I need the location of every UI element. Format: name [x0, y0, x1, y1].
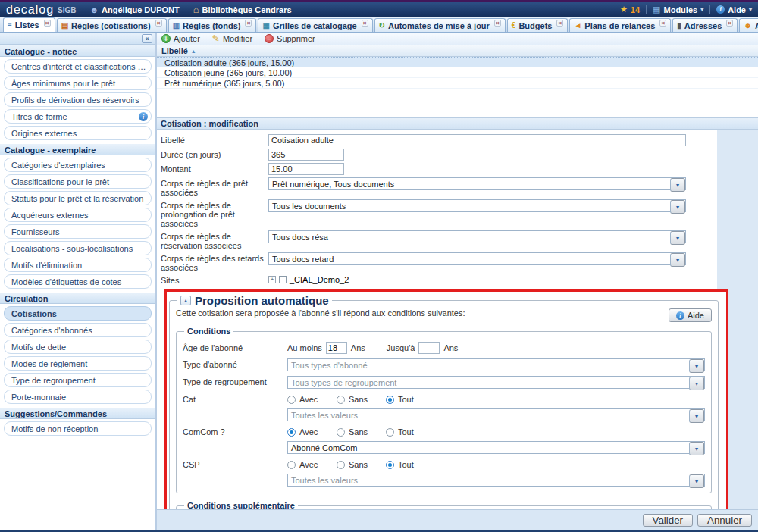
close-icon[interactable]: × [245, 20, 252, 27]
sidebar-item-classifications-pret[interactable]: Classifications pour le prêt [4, 174, 152, 189]
retards-select[interactable]: Tous docs retard ▾ [268, 252, 686, 265]
sidebar-item-motifs-elimination[interactable]: Motifs d'élimination [4, 258, 152, 272]
prolongation-select[interactable]: Tous les documents ▾ [268, 199, 686, 212]
cat-values-select[interactable]: Toutes les valeurs ▾ [287, 408, 705, 421]
radio-label: Avec [299, 460, 318, 469]
chevron-down-icon[interactable]: ▾ [689, 409, 704, 423]
tab-label: Adresses [684, 21, 722, 30]
radio-label: Sans [349, 395, 368, 404]
regles-pret-label: Corps de règles de prêt associées [161, 177, 268, 197]
table-header-libelle[interactable]: Libellé ▲ [157, 45, 758, 57]
sidebar-item-motifs-non-reception[interactable]: Motifs de non réception [4, 421, 152, 436]
chevron-down-icon[interactable]: ▾ [670, 253, 685, 267]
valider-button[interactable]: Valider [643, 514, 694, 527]
table-row[interactable]: Cotisation adulte (365 jours, 15.00) [157, 57, 758, 67]
aide-button[interactable]: i Aide [669, 308, 712, 322]
reservation-label: Corps de règles de réservation associées [161, 230, 268, 250]
tab-grilles-catalogage[interactable]: ▦ Grilles de catalogage × [258, 18, 372, 32]
chevron-down-icon[interactable]: ▾ [670, 178, 685, 192]
cat-radio-tout[interactable]: Tout [386, 395, 435, 404]
cat-radio-avec[interactable]: Avec [287, 395, 337, 404]
current-library[interactable]: ⌂ Bibliothèque Cendrars [193, 4, 292, 15]
sidebar-item-modeles-etiquettes[interactable]: Modèles d'étiquettes de cotes [4, 274, 152, 289]
csp-radio-avec[interactable]: Avec [287, 460, 337, 469]
annuler-button[interactable]: Annuler [697, 514, 752, 527]
table-row[interactable]: Cotisation jeune (365 jours, 10.00) [157, 67, 758, 78]
sidebar-item-categories-exemplaires[interactable]: Catégories d'exemplaires [4, 158, 152, 172]
chevron-down-icon[interactable]: ▾ [689, 442, 704, 455]
close-icon[interactable]: × [44, 20, 51, 27]
sidebar-item-fournisseurs[interactable]: Fournisseurs [4, 224, 152, 239]
chevron-down-icon[interactable]: ▾ [689, 377, 704, 390]
sidebar-item-ages-minimums[interactable]: Âges minimums pour le prêt [4, 76, 152, 90]
csp-values-select[interactable]: Toutes les valeurs ▾ [287, 474, 705, 487]
info-icon[interactable]: i [139, 112, 148, 121]
sidebar-item-label: Classifications pour le prêt [11, 176, 148, 189]
tab-abonnes-fonctionnels[interactable]: ☻ Abonnés fonctionnels × [739, 18, 758, 32]
tab-listes[interactable]: ≡ Listes × [3, 17, 55, 32]
close-icon[interactable]: × [494, 20, 501, 27]
sidebar-item-localisations[interactable]: Localisations - sous-localisations [4, 241, 152, 255]
tab-budgets[interactable]: € Budgets × [507, 18, 568, 32]
sidebar-item-cotisations[interactable]: Cotisations [4, 306, 152, 321]
supprimer-button[interactable]: − Supprimer [265, 34, 315, 43]
libelle-field[interactable] [268, 134, 686, 146]
tab-regles-cotisations[interactable]: ▤ Règles (cotisations) × [57, 18, 167, 32]
type-regroupement-select[interactable]: Tous types de regroupement ▾ [287, 376, 705, 389]
ajouter-button[interactable]: + Ajouter [161, 34, 200, 43]
type-abonne-select[interactable]: Tous types d'abonné ▾ [287, 358, 705, 371]
csp-radio-sans[interactable]: Sans [337, 460, 386, 469]
close-icon[interactable]: × [155, 20, 162, 27]
sidebar-item-titres-de-forme[interactable]: Titres de forme i [4, 109, 152, 124]
tab-automates[interactable]: ↻ Automates de mise à jour × [374, 18, 506, 32]
montant-field[interactable] [268, 163, 344, 175]
duree-field[interactable] [268, 149, 344, 161]
modules-menu[interactable]: ▦ Modules ▾ [653, 5, 703, 14]
sidebar-item-motifs-dette[interactable]: Motifs de dette [4, 340, 152, 354]
sidebar-item-type-regroupement[interactable]: Type de regroupement [4, 373, 152, 387]
sidebar-item-categories-abonnes[interactable]: Catégories d'abonnés [4, 323, 152, 337]
csp-label: CSP [183, 458, 287, 469]
table-row[interactable]: Prêt numérique (365 jours, 5.00) [157, 78, 758, 89]
sidebar-item-origines-externes[interactable]: Origines externes [4, 126, 152, 140]
csp-radio-tout[interactable]: Tout [386, 460, 435, 469]
aide-menu[interactable]: i Aide ▾ [716, 5, 752, 14]
chevron-down-icon[interactable]: ▾ [689, 474, 704, 488]
tree-expand-icon[interactable]: + [268, 276, 276, 283]
chevron-down-icon[interactable]: ▾ [670, 200, 685, 214]
sidebar-item-statuts-pret-reservation[interactable]: Statuts pour le prêt et la réservation [4, 191, 152, 205]
tab-plans-relances[interactable]: ◄ Plans de relances × [569, 18, 671, 32]
chevron-down-icon[interactable]: ▾ [670, 231, 685, 245]
comcom-radio-avec[interactable]: Avec [287, 427, 337, 437]
close-icon[interactable]: × [726, 20, 733, 27]
notifications[interactable]: ★ 14 [620, 5, 640, 14]
tab-adresses[interactable]: ▮ Adresses × [672, 18, 738, 32]
comcom-values-select[interactable]: Abonné ComCom ▾ [287, 441, 705, 454]
tab-regles-fonds[interactable]: ▥ Règles (fonds) × [168, 18, 257, 32]
cat-radio-sans[interactable]: Sans [337, 395, 386, 404]
age-min-field[interactable] [326, 342, 347, 354]
radio-icon [287, 396, 296, 404]
libelle-label: Libellé [161, 134, 268, 145]
comcom-radio-sans[interactable]: Sans [337, 427, 386, 437]
comcom-radio-tout[interactable]: Tout [386, 427, 435, 437]
subscriber-icon: ☻ [744, 21, 752, 30]
site-checkbox[interactable] [279, 276, 287, 283]
close-icon[interactable]: × [362, 20, 368, 27]
regles-pret-select[interactable]: Prêt numérique, Tous documents ▾ [268, 177, 686, 190]
sidebar-item-centres-interet[interactable]: Centres d'intérêt et classifications spé… [4, 59, 152, 74]
collapse-sidebar-button[interactable]: « [142, 34, 152, 43]
reservation-select[interactable]: Tous docs résa ▾ [268, 230, 686, 243]
sidebar-item-porte-monnaie[interactable]: Porte-monnaie [4, 390, 152, 404]
collapse-up-icon[interactable]: ▴ [180, 296, 191, 305]
close-icon[interactable]: × [659, 20, 666, 27]
sidebar-item-modes-reglement[interactable]: Modes de règlement [4, 356, 152, 371]
modifier-button[interactable]: ✎ Modifier [212, 33, 252, 44]
sidebar-item-profils-derivation[interactable]: Profils de dérivation des réservoirs [4, 92, 152, 107]
chevron-down-icon[interactable]: ▾ [689, 359, 704, 373]
close-icon[interactable]: × [556, 20, 563, 27]
current-user[interactable]: ☻ Angélique DUPONT [90, 5, 180, 14]
age-max-field[interactable] [418, 342, 440, 354]
sidebar-item-acquereurs-externes[interactable]: Acquéreurs externes [4, 208, 152, 222]
update-icon: ↻ [379, 21, 385, 30]
